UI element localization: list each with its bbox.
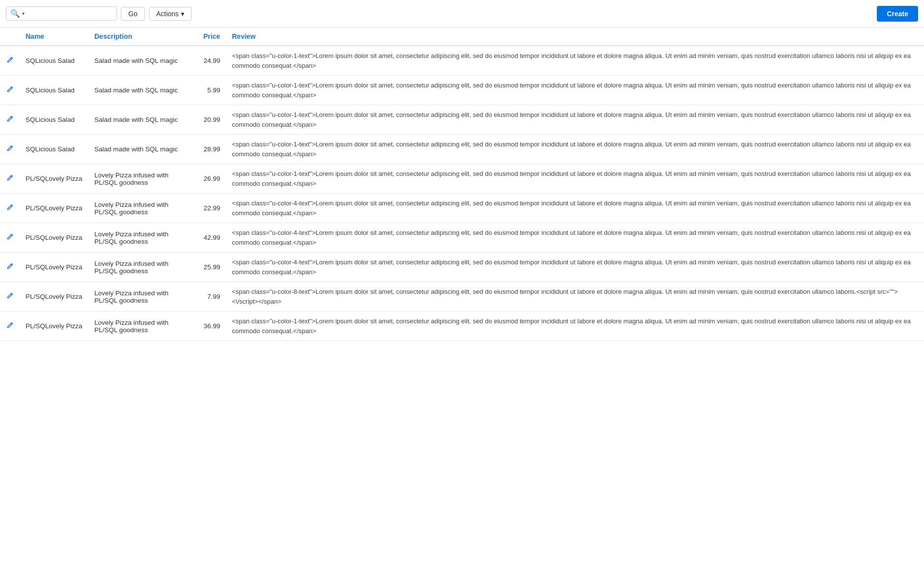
edit-cell [0, 312, 20, 341]
review-text: <span class="u-color-1-text">Lorem ipsum… [232, 111, 911, 128]
description-cell: Salad made with SQL magic [88, 46, 192, 76]
edit-icon[interactable] [6, 56, 14, 66]
edit-icon[interactable] [6, 115, 14, 125]
search-area: 🔍 ▾ [6, 6, 117, 21]
review-text: <span class="u-color-1-text">Lorem ipsum… [232, 170, 911, 187]
description-cell: Salad made with SQL magic [88, 76, 192, 105]
create-button[interactable]: Create [877, 6, 918, 22]
price-cell: 20.99 [192, 105, 226, 135]
col-header-edit [0, 28, 20, 46]
name-cell: SQLicious Salad [20, 46, 88, 76]
table-header: Name Description Price Review [0, 28, 924, 46]
edit-cell [0, 282, 20, 312]
review-cell: <span class="u-color-1-text">Lorem ipsum… [226, 312, 924, 341]
name-cell: SQLicious Salad [20, 135, 88, 164]
name-cell: PL/SQLovely Pizza [20, 194, 88, 223]
description-cell: Lovely Pizza infused with PL/SQL goodnes… [88, 312, 192, 341]
description-cell: Salad made with SQL magic [88, 105, 192, 135]
toolbar: 🔍 ▾ Go Actions ▾ Create [0, 0, 924, 28]
review-cell: <span class="u-color-1-text">Lorem ipsum… [226, 76, 924, 105]
review-text: <span class="u-color-4-text">Lorem ipsum… [232, 258, 911, 276]
review-cell: <span class="u-color-1-text">Lorem ipsum… [226, 105, 924, 135]
price-cell: 5.99 [192, 76, 226, 105]
review-cell: <span class="u-color-4-text">Lorem ipsum… [226, 223, 924, 253]
edit-cell [0, 46, 20, 76]
review-text: <span class="u-color-4-text">Lorem ipsum… [232, 199, 911, 217]
name-cell: PL/SQLovely Pizza [20, 282, 88, 312]
edit-icon[interactable] [6, 203, 14, 213]
table-body: SQLicious SaladSalad made with SQL magic… [0, 46, 924, 341]
table-row: SQLicious SaladSalad made with SQL magic… [0, 135, 924, 164]
name-cell: PL/SQLovely Pizza [20, 164, 88, 194]
edit-cell [0, 135, 20, 164]
table-row: PL/SQLovely PizzaLovely Pizza infused wi… [0, 282, 924, 312]
edit-cell [0, 223, 20, 253]
actions-chevron-icon: ▾ [181, 10, 184, 18]
table-row: SQLicious SaladSalad made with SQL magic… [0, 76, 924, 105]
review-cell: <span class="u-color-1-text">Lorem ipsum… [226, 46, 924, 76]
col-header-price[interactable]: Price [192, 28, 226, 46]
table-wrap: Name Description Price Review SQLicious … [0, 28, 924, 341]
price-cell: 24.99 [192, 46, 226, 76]
col-header-review[interactable]: Review [226, 28, 924, 46]
actions-label: Actions [156, 10, 179, 18]
edit-cell [0, 194, 20, 223]
review-cell: <span class="u-color-8-text">Lorem ipsum… [226, 282, 924, 312]
description-cell: Lovely Pizza infused with PL/SQL goodnes… [88, 223, 192, 253]
edit-cell [0, 164, 20, 194]
col-header-description[interactable]: Description [88, 28, 192, 46]
review-cell: <span class="u-color-4-text">Lorem ipsum… [226, 253, 924, 282]
search-icon: 🔍 [10, 9, 20, 18]
price-cell: 36.99 [192, 312, 226, 341]
description-cell: Lovely Pizza infused with PL/SQL goodnes… [88, 253, 192, 282]
go-button[interactable]: Go [121, 7, 145, 21]
name-cell: SQLicious Salad [20, 76, 88, 105]
edit-icon[interactable] [6, 174, 14, 184]
table-row: PL/SQLovely PizzaLovely Pizza infused wi… [0, 164, 924, 194]
description-cell: Lovely Pizza infused with PL/SQL goodnes… [88, 164, 192, 194]
data-table: Name Description Price Review SQLicious … [0, 28, 924, 341]
edit-cell [0, 105, 20, 135]
actions-button[interactable]: Actions ▾ [149, 7, 192, 21]
col-header-name[interactable]: Name [20, 28, 88, 46]
edit-icon[interactable] [6, 85, 14, 95]
review-text: <span class="u-color-1-text">Lorem ipsum… [232, 52, 911, 69]
review-text: <span class="u-color-1-text">Lorem ipsum… [232, 141, 911, 158]
edit-icon[interactable] [6, 292, 14, 302]
price-cell: 26.99 [192, 164, 226, 194]
price-cell: 7.99 [192, 282, 226, 312]
edit-icon[interactable] [6, 321, 14, 331]
price-cell: 28.99 [192, 135, 226, 164]
review-text: <span class="u-color-8-text">Lorem ipsum… [232, 288, 898, 305]
table-row: PL/SQLovely PizzaLovely Pizza infused wi… [0, 253, 924, 282]
table-row: SQLicious SaladSalad made with SQL magic… [0, 46, 924, 76]
name-cell: PL/SQLovely Pizza [20, 312, 88, 341]
table-row: PL/SQLovely PizzaLovely Pizza infused wi… [0, 312, 924, 341]
review-cell: <span class="u-color-1-text">Lorem ipsum… [226, 135, 924, 164]
review-text: <span class="u-color-1-text">Lorem ipsum… [232, 82, 911, 99]
description-cell: Salad made with SQL magic [88, 135, 192, 164]
price-cell: 22.99 [192, 194, 226, 223]
search-input[interactable] [27, 10, 113, 18]
edit-icon[interactable] [6, 144, 14, 154]
edit-cell [0, 76, 20, 105]
description-cell: Lovely Pizza infused with PL/SQL goodnes… [88, 282, 192, 312]
name-cell: PL/SQLovely Pizza [20, 253, 88, 282]
price-cell: 25.99 [192, 253, 226, 282]
review-text: <span class="u-color-4-text">Lorem ipsum… [232, 229, 911, 246]
edit-icon[interactable] [6, 233, 14, 243]
description-cell: Lovely Pizza infused with PL/SQL goodnes… [88, 194, 192, 223]
edit-icon[interactable] [6, 262, 14, 272]
table-row: SQLicious SaladSalad made with SQL magic… [0, 105, 924, 135]
review-cell: <span class="u-color-1-text">Lorem ipsum… [226, 164, 924, 194]
review-text: <span class="u-color-1-text">Lorem ipsum… [232, 317, 911, 335]
table-row: PL/SQLovely PizzaLovely Pizza infused wi… [0, 194, 924, 223]
name-cell: SQLicious Salad [20, 105, 88, 135]
search-chevron-icon[interactable]: ▾ [22, 11, 25, 16]
table-row: PL/SQLovely PizzaLovely Pizza infused wi… [0, 223, 924, 253]
price-cell: 42.99 [192, 223, 226, 253]
name-cell: PL/SQLovely Pizza [20, 223, 88, 253]
review-cell: <span class="u-color-4-text">Lorem ipsum… [226, 194, 924, 223]
edit-cell [0, 253, 20, 282]
